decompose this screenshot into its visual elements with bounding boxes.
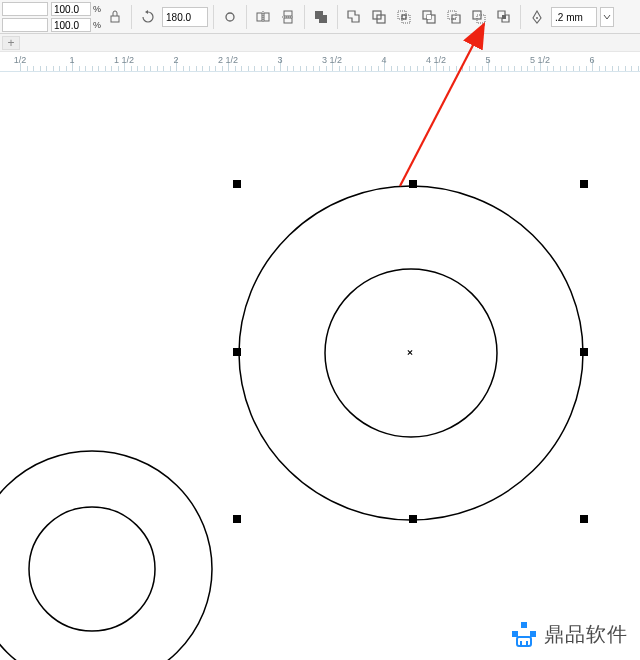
svg-rect-21 [502,15,506,19]
pos-field-stack [2,2,48,32]
svg-rect-0 [111,16,119,22]
simplify-button[interactable] [418,6,440,28]
ruler-label: 2 [173,55,178,65]
ruler-label: 3 [277,55,282,65]
ruler-label: 1 1/2 [114,55,134,65]
new-tab-button[interactable]: + [2,36,20,50]
ruler-label: 3 1/2 [322,55,342,65]
main-toolbar: 100.0 % 100.0 % 180.0 [0,0,640,34]
rotate-ccw-button[interactable] [137,6,159,28]
intersect-button[interactable] [393,6,415,28]
small-donut-shape[interactable] [0,447,215,660]
outline-width-input[interactable]: .2 mm [551,7,597,27]
svg-point-22 [536,17,538,19]
watermark-logo-icon [510,620,538,648]
front-minus-back-button[interactable] [443,6,465,28]
selection-handle[interactable] [580,348,588,356]
selection-handle[interactable] [233,180,241,188]
pos-y-input[interactable] [2,18,48,32]
ruler-label: 5 [485,55,490,65]
selection-handle[interactable] [233,348,241,356]
svg-point-25 [0,451,212,660]
svg-rect-31 [517,637,531,646]
horizontal-ruler: 1/211 1/222 1/233 1/244 1/255 1/26 [0,52,640,72]
pos-x-input[interactable] [2,2,48,16]
rotation-input[interactable]: 180.0 [162,7,208,27]
ruler-label: 1/2 [14,55,27,65]
svg-rect-5 [284,11,292,16]
canvas-area[interactable] [0,72,640,660]
scale-stack: 100.0 % 100.0 % [51,2,101,32]
ruler-label: 4 1/2 [426,55,446,65]
ruler-label: 6 [589,55,594,65]
svg-rect-30 [530,631,536,637]
combine-button[interactable] [310,6,332,28]
svg-rect-29 [512,631,518,637]
scale-y-input[interactable]: 100.0 [51,18,91,32]
watermark-text: 鼎品软件 [544,621,628,648]
svg-rect-17 [427,15,431,19]
toolbar-separator [337,5,338,29]
trim-button[interactable] [368,6,390,28]
toolbar-separator [213,5,214,29]
ruler-label: 5 1/2 [530,55,550,65]
mirror-v-button[interactable] [277,6,299,28]
selection-handle[interactable] [409,515,417,523]
svg-rect-14 [402,15,406,19]
percent-label: % [93,4,101,14]
weld-button[interactable] [343,6,365,28]
svg-rect-3 [264,13,269,21]
ruler-label: 4 [381,55,386,65]
ruler-label: 1 [69,55,74,65]
selection-handle[interactable] [409,180,417,188]
toolbar-separator [246,5,247,29]
lock-aspect-button[interactable] [104,6,126,28]
svg-point-1 [226,13,234,21]
svg-rect-9 [319,15,327,23]
boundary-button[interactable] [493,6,515,28]
outline-width-dropdown[interactable] [600,7,614,27]
scale-x-input[interactable]: 100.0 [51,2,91,16]
selection-handle[interactable] [233,515,241,523]
svg-rect-6 [284,18,292,23]
ruler-label: 2 1/2 [218,55,238,65]
back-minus-front-button[interactable] [468,6,490,28]
toolbar-separator [131,5,132,29]
selection-center-mark [407,350,413,356]
toolbar-separator [520,5,521,29]
svg-rect-2 [257,13,262,21]
mirror-h-button[interactable] [252,6,274,28]
watermark: 鼎品软件 [510,620,628,648]
selection-handle[interactable] [580,515,588,523]
svg-rect-28 [521,622,527,628]
pen-outline-icon[interactable] [526,6,548,28]
svg-point-26 [29,507,155,631]
toolbar-separator [304,5,305,29]
tab-bar: + [0,34,640,52]
selection-handle[interactable] [580,180,588,188]
percent-label: % [93,20,101,30]
mirror-circle-button[interactable] [219,6,241,28]
